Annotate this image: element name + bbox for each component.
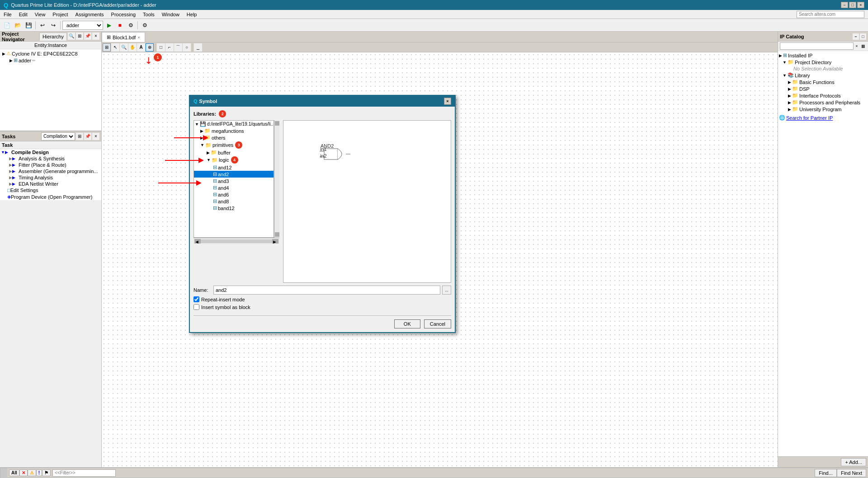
stop-btn[interactable]: ■ [115,20,125,30]
repeat-insert-checkbox[interactable] [193,296,199,302]
cancel-button[interactable]: Cancel [424,319,451,328]
project-combo[interactable]: adder [62,21,103,30]
ok-button[interactable]: OK [394,319,420,328]
navigator-controls[interactable]: Hierarchy 🔍 ⊞ 📌 × [39,33,99,41]
basic-functions-item[interactable]: ▶ 📁 Basic Functions [779,79,867,85]
select-tool[interactable]: ⊞ [103,43,111,52]
task-synthesis[interactable]: ▶ ▶ Analysis & Synthesis [0,155,101,162]
add-button-row[interactable]: + Add... [778,456,868,467]
ip-search-bar[interactable]: × ▦ [778,42,868,51]
nav-icon2[interactable]: ⊞ [76,33,83,40]
project-dir-item[interactable]: ▼ 📁 Project Directory [779,59,867,66]
scroll-down-btn[interactable] [275,232,279,237]
minimize-btn[interactable]: − [841,2,848,8]
pointer-tool[interactable]: ↖ [111,43,119,52]
insert-as-block-checkbox[interactable] [193,304,199,310]
flag-filter-btn[interactable]: ⚑ [42,469,51,476]
symbol-tool[interactable]: ⊕ [146,43,154,52]
task-compile[interactable]: ▼ ▶ Compile Design [0,149,101,155]
dialog-close-btn[interactable]: × [444,98,451,105]
menu-window[interactable]: Window [158,11,183,18]
project-item[interactable]: ▶ ⊞ adder ✏ [1,57,100,64]
primitives-item[interactable]: ▼ 📁 primitives 3 [194,141,274,149]
analyze-btn[interactable]: ⚙ [126,20,136,30]
task-program[interactable]: ◈ Program Device (Open Programmer) [0,193,101,200]
nav-close[interactable]: × [92,33,99,40]
error-filter-btn[interactable]: ✕ [19,469,28,476]
task-eda[interactable]: ▶ ▶ EDA Netlist Writer [0,181,101,187]
and2-item[interactable]: ⊟ and2 [194,171,274,178]
megafunctions-item[interactable]: ▶ 📁 megafunctions [194,127,274,134]
settings-btn[interactable]: ⚙ [140,20,150,30]
horiz-scroll[interactable]: ◄ ► [193,238,279,244]
tasks-close[interactable]: × [92,133,99,140]
circle-tool[interactable]: ○ [183,43,191,52]
task-edit-settings[interactable]: □ Edit Settings [0,187,101,193]
name-input[interactable] [213,286,440,295]
menu-assignments[interactable]: Assignments [72,11,108,18]
and3-item[interactable]: ⊟ and3 [194,178,274,184]
processors-item[interactable]: ▶ 📁 Processors and Peripherals [779,99,867,106]
close-btn[interactable]: × [857,2,864,8]
symbol-dialog[interactable]: Q Symbol × Libraries: 2 ▼ 💾 [189,95,456,333]
nav-icon1[interactable]: 🔍 [68,33,75,40]
ip-maximize[interactable]: □ [860,33,866,40]
menu-help[interactable]: Help [183,11,201,18]
device-item[interactable]: ▶ ⚠ Cyclone IV E: EP4CE6E22C8 [1,50,100,57]
text-tool[interactable]: A [137,43,145,52]
menu-edit[interactable]: Edit [15,11,31,18]
ip-catalog-controls[interactable]: − □ [853,33,866,40]
task-timing[interactable]: ▶ ▶ Timing Analysis [0,174,101,181]
root-folder[interactable]: ▼ 💾 d:/intelFPGA_lite/19.1/quartus/li... [194,121,274,127]
university-item[interactable]: ▶ 📁 University Program [779,106,867,112]
maximize-btn[interactable]: □ [849,2,856,8]
messages-side-label[interactable]: Messages [0,468,7,478]
search-bar-top[interactable] [797,11,864,18]
redo-btn[interactable]: ↪ [48,20,58,30]
dsp-item[interactable]: ▶ 📁 DSP [779,85,867,92]
tasks-controls[interactable]: Compilation ⊞ 📌 × [41,132,99,141]
ip-search-input[interactable] [780,42,854,50]
tasks-pin[interactable]: 📌 [84,133,91,140]
undo-btn[interactable]: ↩ [38,20,47,30]
installed-ip-item[interactable]: ▶ ⊞ Installed IP [779,52,867,59]
ip-search-icon[interactable]: ▦ [860,43,866,49]
library-tree[interactable]: ▼ 💾 d:/intelFPGA_lite/19.1/quartus/li...… [193,120,274,238]
hand-tool[interactable]: ✋ [128,43,137,52]
insert-as-block-label[interactable]: Insert symbol as block [201,305,250,310]
and12-item[interactable]: ⊟ and12 [194,164,274,171]
ip-search-clear[interactable]: × [854,43,860,49]
search-altera-input[interactable] [797,11,864,18]
browse-button[interactable]: ... [442,286,451,295]
warning-filter-btn[interactable]: ⚠ [28,469,36,476]
logic-item[interactable]: ▼ 📁 logic 4 [194,156,274,164]
all-filter-btn[interactable]: All [9,469,19,476]
find-next-button[interactable]: Find Next [837,469,866,477]
others-item[interactable]: ▶ 📁 others [194,134,274,141]
nav-pin[interactable]: 📌 [84,33,91,40]
compile-btn[interactable]: ▶ [104,20,114,30]
h-scroll-right[interactable]: ► [272,239,278,244]
and8-item[interactable]: ⊟ and8 [194,198,274,205]
menu-view[interactable]: View [31,11,49,18]
band12-item[interactable]: ⊟ band12 [194,205,274,211]
zoom-tool[interactable]: 🔍 [120,43,128,52]
task-fitter[interactable]: ▶ ▶ Fitter (Place & Route) [0,162,101,168]
tab-close-btn[interactable]: × [137,35,140,40]
menu-project[interactable]: Project [49,11,71,18]
ip-minimize[interactable]: − [853,33,859,40]
and6-item[interactable]: ⊟ and6 [194,191,274,198]
menu-processing[interactable]: Processing [108,11,139,18]
scroll-up-btn[interactable] [275,121,279,126]
menu-tools[interactable]: Tools [139,11,158,18]
buffer-item[interactable]: ▶ 📁 buffer [194,149,274,156]
wire-tool[interactable]: ⎯ [194,43,202,52]
tasks-icon1[interactable]: ⊞ [76,133,83,140]
arc-tool[interactable]: ⌒ [174,43,182,52]
tree-scrollbar[interactable] [274,120,279,238]
task-assembler[interactable]: ▶ ▶ Assembler (Generate programmin... [0,168,101,174]
info-filter-btn[interactable]: ! [36,469,42,476]
library-item[interactable]: ▼ 📚 Library [779,72,867,79]
menu-file[interactable]: File [0,11,15,18]
open-btn[interactable]: 📂 [13,20,23,30]
